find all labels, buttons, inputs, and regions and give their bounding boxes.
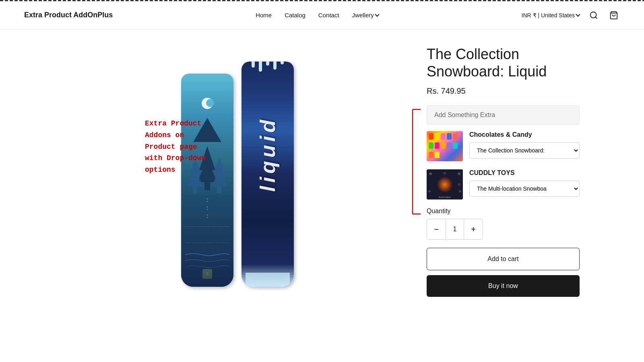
quantity-control: − 1 + — [427, 219, 483, 240]
currency-selector[interactable]: INR ₹ | United States — [522, 12, 580, 19]
add-to-cart-button[interactable]: Add to cart — [427, 248, 580, 270]
dashed-line — [185, 226, 229, 227]
dashed-line-2 — [185, 243, 229, 243]
search-button[interactable] — [588, 9, 600, 21]
addon-item-1: Chocolates & Candy The Collection Snowbo… — [427, 131, 580, 161]
bracket-svg — [409, 107, 425, 216]
main-content: S — [40, 29, 604, 313]
addon-2-dropdown[interactable]: The Multi-location Snowboa The Multi-loc… — [469, 181, 580, 197]
product-images: S — [72, 45, 402, 287]
product-image-section: S — [64, 37, 411, 305]
bottom-drip-shape — [246, 273, 290, 287]
chevron-down-icon — [576, 12, 580, 16]
moon-decoration — [202, 98, 213, 109]
product-price: Rs. 749.95 — [427, 86, 580, 96]
bottom-drip — [246, 273, 290, 287]
svg-point-0 — [590, 12, 597, 18]
addon-2-name: CUDDLY TOYS — [469, 169, 580, 177]
buy-now-button[interactable]: Buy it now — [427, 275, 580, 297]
addon-2-info: CUDDLY TOYS The Multi-location Snowboa T… — [469, 169, 580, 197]
nav-jwellery[interactable]: Jwellery — [352, 12, 379, 19]
addon-1-dropdown[interactable]: The Collection Snowboard: The Collection… — [469, 142, 580, 158]
main-nav: Home Catalog Contact Jwellery — [256, 12, 379, 19]
water-reflection — [181, 247, 233, 287]
chevron-down-icon — [375, 12, 379, 16]
header-right: INR ₹ | United States — [522, 9, 620, 21]
quantity-label: Quantity — [427, 208, 580, 215]
svg-point-14 — [250, 274, 286, 287]
search-icon — [589, 11, 598, 20]
candy-image — [427, 131, 463, 161]
quantity-increment-button[interactable]: + — [464, 219, 483, 239]
site-logo[interactable]: Extra Product AddOnPlus — [24, 11, 113, 19]
snowboard-right: liquid — [242, 62, 294, 287]
addon-1-name: Chocolates & Candy — [469, 131, 580, 138]
product-title: The Collection Snowboard: Liquid — [427, 45, 580, 80]
addon-item-2: ❄ ❄ ❄ ❄ ⚙ ⚙ Automation CUDDLY TOYS — [427, 169, 580, 200]
water-lines — [181, 247, 233, 287]
toys-image: ❄ ❄ ❄ ❄ ⚙ ⚙ Automation — [427, 169, 463, 200]
quantity-value: 1 — [446, 219, 464, 239]
brand-logo: liquid — [254, 94, 282, 214]
red-bracket-decoration — [409, 107, 425, 216]
nav-catalog[interactable]: Catalog — [285, 12, 305, 19]
addon-section: Add Something Extra — [427, 105, 580, 200]
cart-icon — [609, 11, 618, 20]
svg-rect-4 — [204, 182, 210, 190]
snowboard-left: S — [181, 74, 233, 287]
svg-rect-10 — [217, 186, 222, 193]
addon-header: Add Something Extra — [427, 105, 580, 125]
nav-home[interactable]: Home — [256, 12, 272, 19]
svg-rect-7 — [193, 186, 198, 193]
product-details: The Collection Snowboard: Liquid Rs. 749… — [411, 37, 580, 305]
cart-button[interactable] — [608, 9, 620, 21]
drip-decoration — [250, 62, 286, 72]
header: Extra Product AddOnPlus Home Catalog Con… — [0, 1, 644, 29]
nav-contact[interactable]: Contact — [318, 12, 339, 19]
annotation-text: Extra Product Addons on Product page wit… — [145, 118, 206, 176]
addon-1-info: Chocolates & Candy The Collection Snowbo… — [469, 131, 580, 158]
quantity-decrement-button[interactable]: − — [427, 219, 446, 239]
